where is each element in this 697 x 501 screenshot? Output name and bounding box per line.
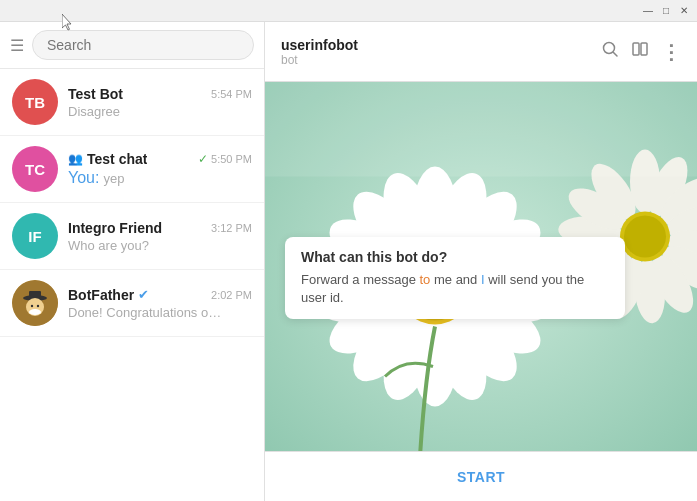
hamburger-icon[interactable]: ☰ [10,36,24,55]
title-bar: — □ ✕ [0,0,697,22]
svg-point-55 [624,216,666,258]
search-input[interactable] [32,30,254,60]
minimize-button[interactable]: — [639,2,657,20]
bubble-text-part2: me and [430,272,481,287]
search-bar: ☰ [0,22,264,69]
right-header-actions: ⋮ [601,40,681,64]
check-icon-testchat: ✓ [198,152,208,166]
chat-preview-text-botfather: Done! Congratulations on yo... [68,305,228,320]
chat-top-botfather: BotFather ✔ 2:02 PM [68,287,252,303]
right-panel: userinfobot bot ⋮ [265,22,697,501]
chat-top-integrofriend: Integro Friend 3:12 PM [68,220,252,236]
svg-line-9 [614,53,618,57]
chat-preview-botfather: Done! Congratulations on yo... [68,305,252,320]
start-button[interactable]: START [457,469,505,485]
chat-preview-integrofriend: Who are you? [68,238,252,253]
chat-name-testchat: Test chat [87,151,147,167]
chat-preview-testchat: You: yep [68,169,252,187]
svg-rect-10 [633,43,639,55]
chat-name-integrofriend: Integro Friend [68,220,162,236]
more-icon[interactable]: ⋮ [661,40,681,64]
bubble-body: Forward a message to me and I will send … [301,271,609,307]
chat-preview-text-testchat: yep [103,171,124,186]
avatar-integrofriend: IF [12,213,58,259]
maximize-button[interactable]: □ [657,2,675,20]
verified-icon-botfather: ✔ [138,287,149,302]
chat-time-testbot: 5:54 PM [211,88,252,100]
chat-item-testchat[interactable]: TC 👥 Test chat ✓ 5:50 PM You [0,136,264,203]
right-header-sub: bot [281,53,591,67]
avatar-botfather [12,280,58,326]
chat-info-testbot: Test Bot 5:54 PM Disagree [68,86,252,119]
chat-item-botfather[interactable]: BotFather ✔ 2:02 PM Done! Congratulation… [0,270,264,337]
right-header: userinfobot bot ⋮ [265,22,697,82]
chat-item-integrofriend[interactable]: IF Integro Friend 3:12 PM Who are you? [0,203,264,270]
chat-name-testbot: Test Bot [68,86,123,102]
avatar-testchat: TC [12,146,58,192]
chat-name-row-testchat: 👥 Test chat [68,151,147,167]
left-panel: ☰ TB Test Bot 5:54 PM Disagree [0,22,265,501]
chat-item-testbot[interactable]: TB Test Bot 5:54 PM Disagree [0,69,264,136]
svg-point-6 [37,305,39,307]
chat-info-botfather: BotFather ✔ 2:02 PM Done! Congratulation… [68,287,252,320]
chat-time-testchat: 5:50 PM [211,153,252,165]
chat-info-testchat: 👥 Test chat ✓ 5:50 PM You: yep [68,151,252,187]
right-header-name: userinfobot [281,37,591,53]
chat-top-testchat: 👥 Test chat ✓ 5:50 PM [68,151,252,167]
chat-time-integrofriend: 3:12 PM [211,222,252,234]
chat-name-botfather: BotFather [68,287,134,303]
chat-preview-text-testbot: Disagree [68,104,120,119]
main-container: ☰ TB Test Bot 5:54 PM Disagree [0,22,697,501]
chat-preview-text-integrofriend: Who are you? [68,238,149,253]
close-button[interactable]: ✕ [675,2,693,20]
columns-icon[interactable] [631,40,649,63]
group-icon: 👥 [68,152,83,166]
bubble-title: What can this bot do? [301,249,609,265]
message-bubble: What can this bot do? Forward a message … [285,237,625,319]
bubble-text-part1: Forward a message [301,272,420,287]
svg-point-7 [29,309,41,315]
chat-time-botfather: 2:02 PM [211,289,252,301]
svg-point-8 [604,43,615,54]
svg-point-5 [31,305,33,307]
chat-name-row-botfather: BotFather ✔ [68,287,149,303]
svg-rect-11 [641,43,647,55]
chat-info-integrofriend: Integro Friend 3:12 PM Who are you? [68,220,252,253]
svg-rect-3 [29,291,41,299]
chat-area: What can this bot do? Forward a message … [265,82,697,451]
bottom-bar: START [265,451,697,501]
chat-top-testbot: Test Bot 5:54 PM [68,86,252,102]
right-header-info: userinfobot bot [281,37,591,67]
bubble-text-to: to [420,272,431,287]
svg-rect-56 [265,82,697,177]
search-icon[interactable] [601,40,619,63]
avatar-testbot: TB [12,79,58,125]
chat-preview-testbot: Disagree [68,104,252,119]
chat-list: TB Test Bot 5:54 PM Disagree TC [0,69,264,501]
